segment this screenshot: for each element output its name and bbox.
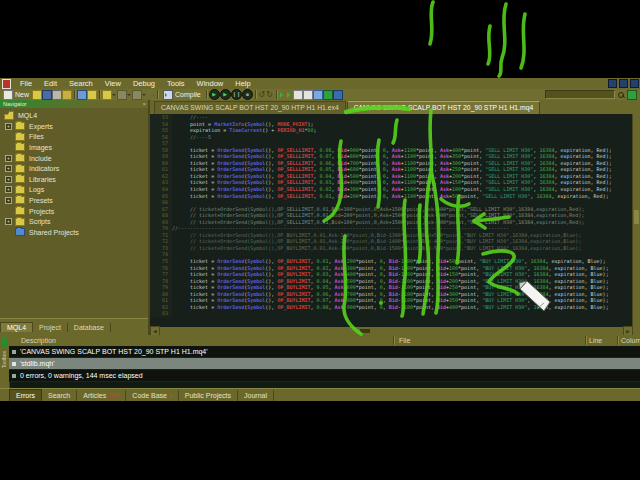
tab-mql4[interactable]: MQL4 [0, 322, 33, 332]
sidebar-item-experts[interactable]: +Experts [0, 121, 148, 132]
sidebar-item-include[interactable]: +Include [0, 153, 148, 164]
column-divider[interactable] [585, 336, 586, 345]
search-input[interactable] [545, 90, 615, 99]
sidebar-item-images[interactable]: +Images [0, 142, 148, 153]
column-divider[interactable] [393, 336, 394, 345]
folder-icon [15, 196, 25, 204]
pause-icon[interactable]: ❙❙ [231, 89, 242, 100]
menu-window[interactable]: Window [191, 78, 230, 89]
navigator-panel: Navigator × MQL4 +Experts+Files+Images+I… [0, 100, 150, 340]
menu-help[interactable]: Help [229, 78, 256, 89]
run-test-icon[interactable] [286, 91, 293, 99]
chevron-down-icon[interactable] [142, 91, 147, 99]
folder-icon [15, 154, 25, 162]
close-button[interactable] [630, 79, 639, 88]
start-profiling-icon[interactable]: ▶ [220, 89, 231, 100]
folder-icon [15, 175, 25, 183]
menu-view[interactable]: View [99, 78, 127, 89]
new-button[interactable]: New [0, 90, 32, 100]
copy-icon[interactable] [293, 90, 303, 100]
menu-debug[interactable]: Debug [127, 78, 161, 89]
count-badge: 1064 [108, 390, 119, 401]
tab-project[interactable]: Project [33, 323, 68, 332]
expand-icon[interactable]: + [5, 123, 12, 130]
tab-errors[interactable]: Errors [9, 389, 42, 401]
refresh-icon[interactable]: ↺ [258, 91, 266, 99]
scrollbar-thumb[interactable] [360, 329, 370, 333]
menu-tools[interactable]: Tools [161, 78, 191, 89]
save-icon[interactable] [42, 90, 52, 100]
folders-icon[interactable] [87, 90, 97, 100]
maximize-button[interactable] [619, 79, 628, 88]
column-header-column[interactable]: Column [621, 335, 640, 346]
horizontal-scrollbar[interactable]: ◀ ▶ [150, 327, 633, 335]
sidebar-item-presets[interactable]: +Presets [0, 195, 148, 206]
layout-icon[interactable] [77, 90, 87, 100]
tab-database[interactable]: Database [68, 323, 111, 332]
menu-search[interactable]: Search [63, 78, 99, 89]
open-folder-icon[interactable] [32, 90, 42, 100]
close-icon[interactable]: × [142, 100, 146, 108]
back-icon[interactable] [117, 90, 127, 100]
help-icon[interactable] [627, 90, 637, 100]
menu-edit[interactable]: Edit [38, 78, 63, 89]
nav-root-mql4[interactable]: MQL4 [0, 110, 148, 121]
editor-tab-active[interactable]: CANVAS SWING SCALP BOT HST 20_90 STP H1 … [347, 101, 541, 114]
column-header-file[interactable]: File [399, 335, 410, 346]
metatrader-icon[interactable] [323, 90, 333, 100]
forward-icon[interactable] [132, 90, 142, 100]
expand-icon[interactable]: + [5, 176, 12, 183]
sidebar-item-logs[interactable]: +Logs [0, 185, 148, 196]
print-icon[interactable] [52, 90, 62, 100]
expand-icon[interactable]: + [5, 186, 12, 193]
start-debug-icon[interactable]: ▶ [209, 89, 220, 100]
expand-icon[interactable]: + [5, 165, 12, 172]
sidebar-item-libraries[interactable]: +Libraries [0, 174, 148, 185]
toolbar-separator [99, 90, 100, 99]
tab-journal[interactable]: Journal [238, 390, 274, 401]
sidebar-item-label: Include [29, 155, 52, 162]
code-editor[interactable]: 53 //----54 point = MarketInfo(Symbol(),… [150, 114, 633, 327]
sidebar-item-shared-projects[interactable]: +Shared Projects [0, 227, 148, 238]
expand-icon[interactable]: + [5, 155, 12, 162]
output-row[interactable]: 0 errors, 0 warnings, 144 msec elapsed [9, 370, 640, 382]
vertical-scrollbar[interactable] [632, 114, 640, 327]
compile-button[interactable]: Compile [160, 90, 204, 100]
column-divider[interactable] [617, 336, 618, 345]
sidebar-item-files[interactable]: +Files [0, 132, 148, 143]
tab-code-base[interactable]: Code Base4 [126, 390, 178, 401]
styler-icon[interactable] [62, 90, 72, 100]
column-header-description[interactable]: Description [21, 335, 56, 346]
output-row[interactable]: 'CANVAS SWING SCALP BOT HST 20_90 STP H1… [9, 346, 640, 358]
menu-file[interactable]: File [14, 78, 38, 89]
column-header-line[interactable]: Line [589, 335, 602, 346]
sidebar-item-projects[interactable]: +Projects [0, 206, 148, 217]
step-icon[interactable]: ↻ [266, 91, 274, 99]
expand-icon[interactable]: + [5, 218, 12, 225]
sidebar-item-indicators[interactable]: +Indicators [0, 163, 148, 174]
tab-search[interactable]: Search [42, 390, 77, 401]
stop-icon[interactable]: ■ [242, 89, 253, 100]
toolbox-rows: 'CANVAS SWING SCALP BOT HST 20_90 STP H1… [9, 346, 640, 382]
sidebar-item-scripts[interactable]: +Scripts [0, 216, 148, 227]
chevron-down-icon[interactable] [127, 91, 132, 99]
minimize-button[interactable] [608, 79, 617, 88]
chevron-down-icon[interactable] [112, 91, 117, 99]
paste-icon[interactable] [303, 90, 313, 100]
open-data-folder-icon[interactable] [102, 90, 112, 100]
virtual-keyboard-icon[interactable] [333, 90, 343, 100]
edit-icon[interactable] [313, 90, 323, 100]
search-icon[interactable] [617, 91, 625, 99]
code-text: ticket = OrderSend(Symbol(), OP_BUYLIMIT… [172, 304, 609, 311]
scrollbar-thumb[interactable] [634, 210, 639, 224]
nav-root-label: MQL4 [18, 112, 37, 119]
editor-tab[interactable]: CANVAS SWING SCALP BOT HST 20_90 HTP H1 … [154, 101, 346, 114]
tab-public-projects[interactable]: Public Projects [179, 390, 238, 401]
mql4-folder-icon [4, 111, 14, 120]
tab-label: Articles [83, 390, 106, 401]
output-row[interactable]: 'stdlib.mqh' [9, 358, 640, 370]
tab-articles[interactable]: Articles1064 [77, 390, 126, 401]
expand-icon[interactable]: + [5, 197, 12, 204]
goto-icon[interactable]: → [147, 91, 155, 99]
run-script-icon[interactable] [279, 91, 286, 99]
